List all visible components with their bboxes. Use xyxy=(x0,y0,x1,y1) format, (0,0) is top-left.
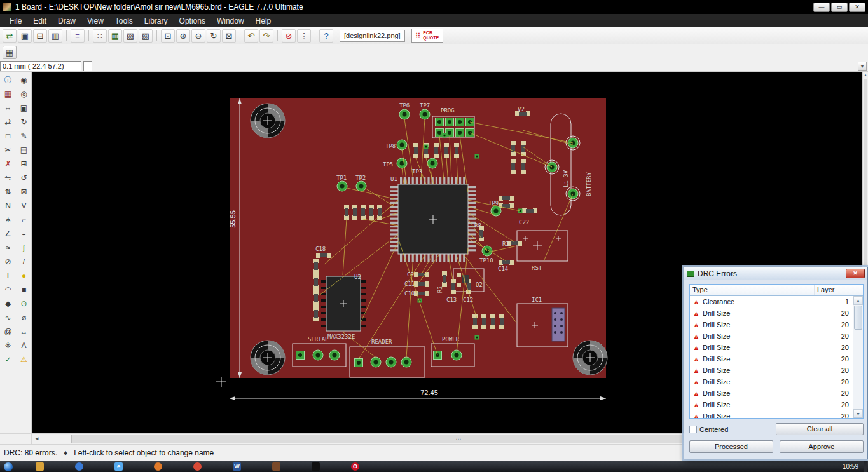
chrome-taskbar-icon[interactable] xyxy=(193,462,202,471)
image-b-button[interactable]: ▨ xyxy=(139,29,153,43)
help-button[interactable]: ? xyxy=(319,29,333,43)
menu-view[interactable]: View xyxy=(81,15,109,27)
drc-error-row[interactable]: ▲!Drill Size20 xyxy=(690,410,863,418)
tool-circle[interactable]: ● xyxy=(16,269,32,283)
drc-error-row[interactable]: ▲!Drill Size20 xyxy=(690,376,863,388)
firefox-taskbar-icon[interactable] xyxy=(154,462,162,471)
tool-signal[interactable]: ∿ xyxy=(0,311,16,325)
tool-group[interactable]: □ xyxy=(0,129,16,143)
tool-hole[interactable]: ⌀ xyxy=(16,311,32,325)
approve-button[interactable]: Approve xyxy=(780,440,864,453)
drc-error-row[interactable]: ▲!Drill Size20 xyxy=(690,330,863,342)
grid-settings-button[interactable]: ▦ xyxy=(3,46,17,59)
drc-table-scrollbar[interactable]: ▲ ▼ xyxy=(853,296,863,418)
drc-error-row[interactable]: ▲!Drill Size20 xyxy=(690,388,863,399)
drc-scroll-up-arrow[interactable]: ▲ xyxy=(853,296,863,305)
menu-window[interactable]: Window xyxy=(211,15,250,27)
tool-name[interactable]: N xyxy=(0,199,16,213)
tool-ripup[interactable]: ⊘ xyxy=(0,255,16,269)
export-image-button[interactable]: ▥ xyxy=(48,29,62,43)
tool-change[interactable]: ✎ xyxy=(16,129,32,143)
zoom-select-button[interactable]: ⊠ xyxy=(222,29,236,43)
tool-ratsnest[interactable]: ※ xyxy=(0,339,16,353)
drc-error-row[interactable]: ▲!Drill Size20 xyxy=(690,399,863,410)
tool-display[interactable]: ▦ xyxy=(0,87,16,101)
drc-scroll-thumb[interactable] xyxy=(854,306,862,330)
start-button[interactable] xyxy=(4,462,13,471)
scroll-left-arrow[interactable]: ◄ xyxy=(32,434,42,444)
tool-arc[interactable]: ◠ xyxy=(0,283,16,297)
cmd-taskbar-icon[interactable] xyxy=(312,462,320,471)
menu-help[interactable]: Help xyxy=(250,15,277,27)
designlink-dropdown[interactable]: [designlink22.png] xyxy=(340,30,405,42)
centered-checkbox[interactable] xyxy=(689,426,697,433)
menu-draw[interactable]: Draw xyxy=(52,15,81,27)
layer-settings-button[interactable]: ≡ xyxy=(71,29,85,43)
zoom-out-button[interactable]: ⊖ xyxy=(191,29,205,43)
grid-dots-button[interactable]: ∷ xyxy=(93,29,107,43)
tool-lock[interactable]: ⊠ xyxy=(16,185,32,199)
close-button[interactable]: ✕ xyxy=(849,3,865,12)
tool-copy[interactable]: ▣ xyxy=(16,101,32,115)
explorer-taskbar-icon[interactable] xyxy=(36,462,44,471)
tool-mirror[interactable]: ⇄ xyxy=(0,115,16,129)
internet-explorer-taskbar-icon[interactable]: e xyxy=(114,462,123,471)
opera-taskbar-icon[interactable]: O xyxy=(351,462,359,471)
zoom-redraw-button[interactable]: ↻ xyxy=(207,29,221,43)
tool-pinswap[interactable]: ⇋ xyxy=(0,171,16,185)
tool-attribute[interactable]: @ xyxy=(0,325,16,339)
tool-rect[interactable]: ■ xyxy=(16,283,32,297)
tool-dimension[interactable]: ↔ xyxy=(16,325,32,339)
column-header-layer[interactable]: Layer xyxy=(815,285,863,295)
image-a-button[interactable]: ▧ xyxy=(123,29,137,43)
tool-auto[interactable]: A xyxy=(16,339,32,353)
scroll-up-arrow[interactable]: ▲ xyxy=(863,72,868,78)
tool-move[interactable]: ⇔ xyxy=(0,101,16,115)
drc-error-row[interactable]: ▲!Drill Size20 xyxy=(690,353,863,365)
tool-rotate[interactable]: ↻ xyxy=(16,115,32,129)
save-button[interactable]: ▣ xyxy=(18,29,32,43)
tool-optimize[interactable]: ⌣ xyxy=(16,227,32,241)
menu-library[interactable]: Library xyxy=(139,15,174,27)
tool-cut[interactable]: ✂ xyxy=(0,143,16,157)
command-input[interactable] xyxy=(83,61,92,71)
menu-tools[interactable]: Tools xyxy=(109,15,139,27)
redo-button[interactable]: ↷ xyxy=(259,29,273,43)
menu-options[interactable]: Options xyxy=(174,15,211,27)
drc-error-row[interactable]: ▲!Drill Size20 xyxy=(690,342,863,353)
show-desktop-button[interactable] xyxy=(864,461,867,472)
tool-polygon[interactable]: ◆ xyxy=(0,297,16,311)
pcb-quote-button[interactable]: ⫶⫶ PCBQUOTE xyxy=(411,29,443,43)
more-button[interactable]: ⋮ xyxy=(297,29,311,43)
drc-error-row[interactable]: ▲!Drill Size20 xyxy=(690,307,863,319)
tool-split[interactable]: ∠ xyxy=(0,227,16,241)
zoom-in-button[interactable]: ⊕ xyxy=(176,29,190,43)
maximize-button[interactable]: ▭ xyxy=(831,3,848,12)
stop-button[interactable]: ⊘ xyxy=(282,29,296,43)
eagle-taskbar-icon[interactable] xyxy=(272,462,280,471)
media-player-taskbar-icon[interactable] xyxy=(75,462,83,471)
taskbar-clock[interactable]: 10:59 xyxy=(843,463,864,470)
layer-display-button[interactable]: ▦ xyxy=(108,29,122,43)
column-header-type[interactable]: Type xyxy=(690,285,815,295)
menu-file[interactable]: File xyxy=(4,15,27,27)
menu-edit[interactable]: Edit xyxy=(27,15,52,27)
drc-error-row[interactable]: ▲!Clearance1 xyxy=(690,296,863,307)
tool-errors[interactable]: ⚠ xyxy=(16,353,32,367)
tool-show[interactable]: ◉ xyxy=(16,73,32,87)
tool-gateswap[interactable]: ⇅ xyxy=(0,185,16,199)
drc-scroll-down-arrow[interactable]: ▼ xyxy=(853,409,863,418)
tool-value[interactable]: V xyxy=(16,199,32,213)
tool-delete[interactable]: ✗ xyxy=(0,157,16,171)
tool-miter[interactable]: ⌐ xyxy=(16,213,32,227)
drc-close-button[interactable]: ✕ xyxy=(846,269,865,278)
coord-row-arrow-button[interactable]: ▼ xyxy=(858,62,867,71)
tool-drc[interactable]: ✓ xyxy=(0,353,16,367)
print-button[interactable]: ⊟ xyxy=(33,29,47,43)
tool-mark[interactable]: ◎ xyxy=(16,87,32,101)
tool-info[interactable]: ⓘ xyxy=(0,73,16,87)
undo-button[interactable]: ↶ xyxy=(244,29,258,43)
zoom-fit-button[interactable]: ⊡ xyxy=(161,29,175,43)
tool-meander[interactable]: ≈ xyxy=(0,241,16,255)
tool-route[interactable]: ∫ xyxy=(16,241,32,255)
